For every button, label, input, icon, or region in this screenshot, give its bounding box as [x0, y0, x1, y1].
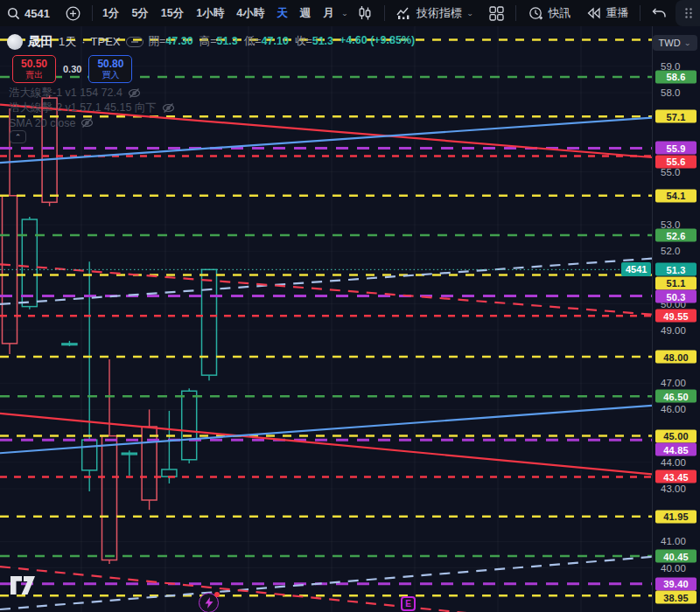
price-badge-46.50: 46.50 — [655, 390, 696, 403]
close-value: 51.3 — [312, 35, 333, 47]
price-badge-57.1: 57.1 — [655, 110, 696, 123]
price-tick-46.00: 46.00 — [661, 404, 686, 414]
price-badge-55.6: 55.6 — [655, 155, 696, 168]
price-badge-52.6: 52.6 — [655, 229, 696, 242]
price-badge-39.40: 39.40 — [655, 577, 696, 590]
sell-button[interactable]: 50.50 賣出 — [12, 55, 56, 83]
eye-off-icon[interactable] — [162, 102, 175, 114]
legend-minimize-icon[interactable] — [126, 37, 144, 47]
chart-style-button[interactable] — [350, 2, 380, 24]
toolbar-divider — [640, 5, 640, 21]
toolbar-divider — [515, 5, 516, 21]
price-tick-40.00: 40.00 — [661, 563, 686, 574]
open-value: 47.30 — [165, 35, 192, 47]
indicators-icon — [396, 6, 412, 20]
candle-body[interactable] — [202, 269, 217, 375]
price-tick-58.0: 58.0 — [661, 87, 680, 98]
indicator-row-2[interactable]: 浩大線擊-2 v1 57.1 45.15 向下 — [9, 101, 175, 115]
mid-channel-rising[interactable] — [0, 259, 652, 304]
chart-legend: 晟田 1天 · TPEX 開=47.30 高=51.3 低=47.10 收=51… — [7, 33, 415, 50]
layout-grid-icon — [489, 6, 504, 21]
undo-icon — [652, 7, 667, 19]
price-badge-55.9: 55.9 — [655, 142, 696, 155]
buy-price: 50.80 — [97, 59, 123, 70]
eye-off-icon[interactable] — [128, 87, 141, 99]
candle-body[interactable] — [82, 440, 97, 470]
replay-label: 重播 — [606, 5, 628, 21]
interval-1mo[interactable]: 月 — [318, 2, 340, 24]
mid-support-line[interactable] — [0, 406, 652, 453]
price-tick-43.00: 43.00 — [661, 483, 686, 494]
toolbar-divider — [384, 5, 385, 21]
symbol-search-value: 4541 — [24, 7, 50, 20]
eye-off-icon[interactable] — [80, 117, 94, 129]
indicator-name: 浩大線擊-2 v1 57.1 45.15 向下 — [9, 101, 157, 115]
indicator-row-3[interactable]: SMA 20 close — [9, 115, 175, 130]
sell-price: 50.50 — [21, 59, 47, 70]
price-axis[interactable]: TWD ⌄ 59.058.055.053.052.050.0049.0047.0… — [652, 26, 700, 612]
open-label: 開= — [149, 35, 166, 47]
candle-body[interactable] — [22, 219, 37, 307]
undo-button[interactable] — [645, 2, 674, 24]
price-tick-41.00: 41.00 — [661, 536, 686, 546]
high-label: 高= — [200, 35, 217, 47]
notification-dot — [214, 592, 220, 597]
high-value: 51.3 — [216, 35, 237, 47]
mid-resistance-line[interactable] — [0, 414, 652, 474]
candle-body[interactable] — [162, 469, 177, 476]
buy-button[interactable]: 50.80 買入 — [88, 55, 132, 83]
plus-circle-icon — [66, 6, 80, 21]
tradingview-logo[interactable] — [10, 576, 37, 595]
replay-button[interactable]: 重播 — [579, 2, 635, 24]
candle-body[interactable] — [182, 391, 197, 460]
interval-1h[interactable]: 1小時 — [191, 2, 229, 24]
earnings-event-marker[interactable]: E — [401, 596, 416, 611]
current-price-badge: 51.3 — [655, 263, 696, 276]
trade-widget: 50.50 賣出 0.30 50.80 買入 — [12, 55, 132, 83]
drag-handle-dots-icon[interactable] — [681, 2, 696, 24]
low-label: 低= — [244, 35, 262, 47]
price-tick-44.00: 44.00 — [661, 457, 686, 468]
lightning-event-marker[interactable] — [199, 593, 219, 612]
symbol-search-button[interactable]: 4541 — [0, 2, 57, 24]
collapse-legend-button[interactable]: ⌃ — [10, 130, 26, 143]
symbol-logo — [7, 34, 23, 50]
interval-1d[interactable]: 天 — [271, 2, 293, 24]
chart-area[interactable]: 晟田 1天 · TPEX 開=47.30 高=51.3 低=47.10 收=51… — [0, 26, 700, 612]
mid-channel-falling[interactable] — [0, 264, 652, 314]
interval-4h[interactable]: 4小時 — [231, 2, 270, 24]
interval-15m[interactable]: 15分 — [156, 2, 189, 24]
compare-add-button[interactable] — [59, 2, 88, 24]
price-badge-49.55: 49.55 — [655, 309, 696, 323]
legend-exchange: TPEX — [91, 35, 121, 48]
symbol-name[interactable]: 晟田 — [28, 33, 53, 50]
currency-dropdown[interactable]: TWD ⌄ — [653, 35, 697, 51]
alert-button[interactable]: 快訊 — [521, 2, 578, 24]
legend-separator: · — [81, 35, 85, 48]
price-badge-50.3: 50.3 — [655, 290, 696, 303]
indicators-button[interactable]: 技術指標 ⌄ — [389, 2, 480, 24]
price-badge-44.85: 44.85 — [655, 443, 696, 456]
interval-5m[interactable]: 5分 — [126, 2, 153, 24]
rewind-icon — [586, 7, 601, 19]
interval-1m[interactable]: 1分 — [97, 2, 124, 24]
toolbar-right-panel — [676, 0, 700, 26]
indicator-name: 浩大線擊-1 v1 154 72.4 — [9, 86, 122, 101]
price-badge-45.00: 45.00 — [655, 429, 696, 442]
price-badge-38.95: 38.95 — [655, 591, 696, 604]
price-tick-49.00: 49.00 — [661, 325, 686, 336]
price-tick-47.00: 47.00 — [661, 378, 686, 388]
indicator-row-1[interactable]: 浩大線擊-1 v1 154 72.4 — [9, 86, 175, 101]
interval-1w[interactable]: 週 — [295, 2, 317, 24]
interval-chevron-down-icon[interactable]: ⌄ — [341, 10, 348, 17]
price-badge-41.95: 41.95 — [655, 510, 696, 523]
layout-grid-button[interactable] — [482, 2, 511, 24]
top-toolbar: 4541 1分 5分 15分 1小時 4小時 天 週 月 ⌄ 技術指標 ⌄ 快訊 — [0, 0, 700, 26]
price-badge-54.1: 54.1 — [655, 189, 696, 202]
close-label: 收= — [295, 35, 312, 47]
low-channel-falling[interactable] — [0, 567, 652, 612]
alarm-clock-plus-icon — [528, 5, 543, 21]
toolbar-divider — [92, 5, 93, 21]
legend-interval[interactable]: 1天 — [59, 34, 76, 50]
indicator-name: SMA 20 close — [9, 117, 75, 129]
